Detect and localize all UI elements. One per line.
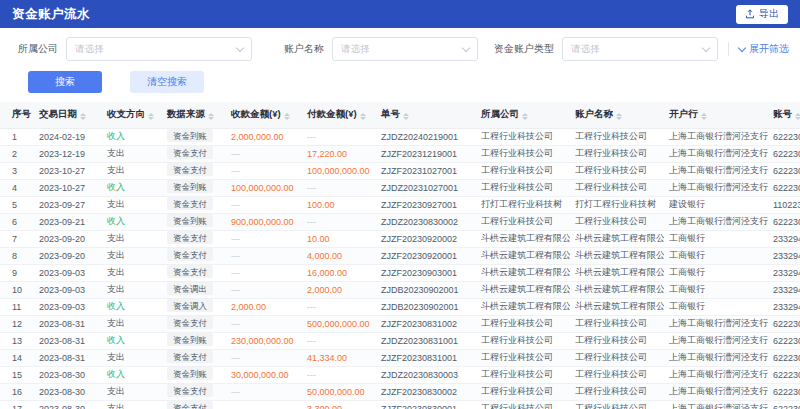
cell-dir: 支出 [102,145,162,162]
cell-date: 2023-08-30 [34,383,102,400]
cell-accno: 23329499 [768,264,800,281]
cell-amt_out: 41,334.00 [302,349,376,366]
cell-bank: 建设银行 [664,196,768,213]
column-label: 收支方向 [107,108,145,119]
cell-amt_out: --- [302,213,376,230]
cell-dir-text: 支出 [107,267,125,277]
account-type-select[interactable]: 请选择 [562,37,718,61]
sort-icon[interactable] [80,113,86,120]
chevron-down-icon [702,43,710,51]
cell-account: 斗栱云建筑工程有限公司 [570,298,664,315]
cell-amt_out-text: --- [307,217,316,227]
cell-company: 工程行业科技公司 [476,315,570,332]
expand-filter-label: 展开筛选 [749,42,789,56]
cell-order-text: ZJDZ20230831001 [381,336,458,346]
cell-account-text: 工程行业科技公司 [575,131,647,141]
cell-dir-text: 收入 [107,335,125,345]
source-tag: 资金到账 [167,129,213,142]
cell-accno-text: 62223011 [773,217,800,227]
cell-no-text: 17 [12,404,22,409]
cell-no: 14 [0,349,34,366]
cell-company-text: 工程行业科技公司 [481,352,553,362]
cell-account-text: 工程行业科技公司 [575,165,647,175]
sort-icon[interactable] [360,113,366,120]
cell-company-text: 打灯工程行业科技树 [481,199,562,209]
sort-icon[interactable] [795,113,800,120]
cell-company-text: 斗栱云建筑工程有限公司 [481,250,570,260]
cell-no-text: 3 [12,166,17,176]
cell-accno: 23329499 [768,298,800,315]
cell-bank: 上海工商银行漕河泾支行 [664,383,768,400]
cell-date: 2023-08-31 [34,332,102,349]
cell-source: 资金到账 [162,213,226,230]
cell-account-text: 工程行业科技公司 [575,352,647,362]
column-header-4[interactable]: 收款金额(¥) [226,102,302,128]
page-header: 资金账户流水 导出 [0,0,800,28]
cell-dir: 支出 [102,230,162,247]
cell-dir-text: 收入 [107,182,125,192]
account-type-filter-label: 资金账户类型 [494,42,554,56]
cell-amt_in-text: --- [231,387,240,397]
column-header-10[interactable]: 账号 [768,102,800,128]
cell-dir: 收入 [102,179,162,196]
cell-accno: 11022382 [768,196,800,213]
sort-icon[interactable] [148,113,154,120]
cell-order: ZJZF20230920001 [376,247,476,264]
cell-bank-text: 上海工商银行漕河泾支行 [669,335,768,345]
cell-date: 2023-09-21 [34,213,102,230]
search-button[interactable]: 搜索 [28,71,102,93]
table-row: 22023-12-19支出资金支付---17,220.00ZJZF2023121… [0,145,800,162]
cell-order-text: ZJDB20230902001 [381,285,459,295]
cell-no-text: 2 [12,149,17,159]
company-select[interactable]: 请选择 [66,37,252,61]
sort-icon[interactable] [403,113,409,120]
sort-icon[interactable] [701,113,707,120]
cell-bank-text: 上海工商银行漕河泾支行 [669,182,768,192]
source-tag: 资金调出 [167,282,213,295]
cell-dir: 支出 [102,349,162,366]
account-select[interactable]: 请选择 [332,37,478,61]
sort-icon[interactable] [522,113,528,120]
column-label: 交易日期 [39,108,77,119]
column-header-1[interactable]: 交易日期 [34,102,102,128]
column-header-3[interactable]: 数据来源 [162,102,226,128]
cell-source: 资金支付 [162,349,226,366]
cell-dir: 支出 [102,247,162,264]
cell-source: 资金到账 [162,128,226,145]
cell-accno: 23329499 [768,230,800,247]
column-header-8[interactable]: 账户名称 [570,102,664,128]
export-button[interactable]: 导出 [736,5,788,24]
cell-company-text: 工程行业科技公司 [481,386,553,396]
cell-dir: 收入 [102,366,162,383]
cell-accno: 62223011 [768,213,800,230]
cell-amt_out: --- [302,366,376,383]
sort-icon[interactable] [284,113,290,120]
cell-no-text: 6 [12,217,17,227]
cell-no: 2 [0,145,34,162]
expand-filter-link[interactable]: 展开筛选 [739,42,789,56]
column-header-6[interactable]: 单号 [376,102,476,128]
column-label: 账户名称 [575,108,613,119]
column-header-9[interactable]: 开户行 [664,102,768,128]
cell-bank: 上海工商银行漕河泾支行 [664,366,768,383]
cell-amt_out-text: 10.00 [307,234,330,244]
cell-source: 资金支付 [162,315,226,332]
cell-no-text: 14 [12,353,22,363]
clear-search-button[interactable]: 清空搜索 [130,71,204,93]
cell-dir-text: 收入 [107,369,125,379]
cell-amt_out: --- [302,179,376,196]
column-header-5[interactable]: 付款金额(¥) [302,102,376,128]
cell-accno: 23329499 [768,247,800,264]
cell-account-text: 工程行业科技公司 [575,369,647,379]
cell-bank-text: 工商银行 [669,267,705,277]
column-header-7[interactable]: 所属公司 [476,102,570,128]
sort-icon[interactable] [208,113,214,120]
sort-icon[interactable] [616,113,622,120]
cell-bank: 工商银行 [664,298,768,315]
cell-no: 1 [0,128,34,145]
cell-amt_out-text: --- [307,183,316,193]
cell-account: 工程行业科技公司 [570,332,664,349]
column-header-2[interactable]: 收支方向 [102,102,162,128]
cell-no-text: 12 [12,319,22,329]
cell-source: 资金支付 [162,230,226,247]
